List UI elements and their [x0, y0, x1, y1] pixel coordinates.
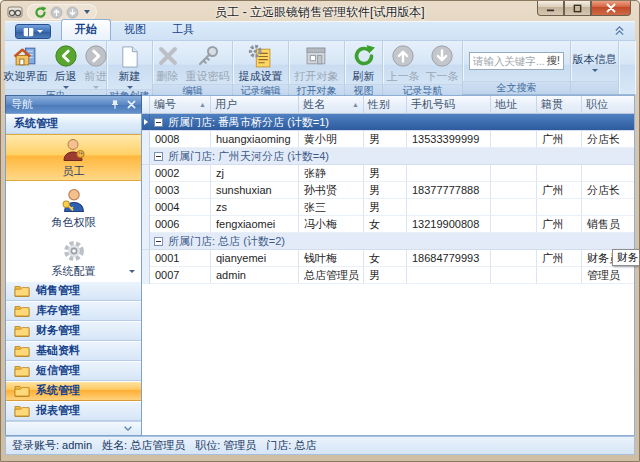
sidebar-folder-item[interactable]: 报表管理	[6, 401, 141, 421]
tab-tools[interactable]: 工具	[159, 20, 207, 40]
table-cell: 0004	[150, 199, 211, 216]
sidebar-folder-item[interactable]: 财务管理	[6, 321, 141, 341]
table-cell	[491, 131, 537, 148]
chevron-down-icon[interactable]	[123, 425, 133, 432]
minimize-button[interactable]	[537, 1, 564, 16]
selected-row-arrow-icon	[144, 119, 148, 125]
group-row[interactable]: 所属门店: 广州天河分店 (计数=4)	[142, 148, 634, 165]
next-record-button[interactable]: 下一条	[423, 42, 462, 84]
down-circle-icon[interactable]	[66, 6, 79, 19]
forward-button[interactable]: 前进	[81, 42, 111, 89]
role-permission-icon	[60, 187, 87, 214]
table-row[interactable]: 0001qianyemei钱叶梅女18684779993广州财务员	[142, 250, 634, 267]
table-row[interactable]: 0006fengxiaomei冯小梅女13219900808广州销售员	[142, 216, 634, 233]
table-cell: 女	[364, 250, 407, 267]
table-row[interactable]: 0004zs张三男	[142, 199, 634, 216]
column-header-7[interactable]: 职位	[582, 96, 634, 114]
new-button[interactable]: 新建	[115, 42, 144, 89]
sidebar-folder-item[interactable]: 系统管理	[6, 381, 141, 401]
table-cell	[582, 199, 634, 216]
collapse-group-icon[interactable]	[154, 237, 163, 246]
table-cell: 0002	[150, 165, 211, 182]
table-row[interactable]: 0008huangxiaoming黄小明男13533399999广州分店长	[142, 131, 634, 148]
nav-header: 导航	[5, 95, 142, 113]
new-page-icon	[118, 43, 141, 69]
nav-header-title: 导航	[11, 97, 33, 112]
search-go-button[interactable]: 搜!	[547, 54, 560, 68]
close-button[interactable]	[591, 1, 631, 16]
table-cell	[407, 267, 491, 284]
refresh-button[interactable]: 刷新	[349, 42, 379, 84]
column-header-4[interactable]: 手机号码	[407, 96, 491, 114]
table-cell	[491, 165, 537, 182]
table-row[interactable]: 0003sunshuxian孙书贤男18377777888广州分店长	[142, 182, 634, 199]
sidebar-folder-item[interactable]: 销售管理	[6, 281, 141, 301]
open-object-button[interactable]: 打开对象	[292, 42, 342, 84]
nav-item-role-permission[interactable]: 角色权限	[6, 181, 141, 237]
up-circle-icon[interactable]	[50, 6, 63, 19]
qat-dropdown-icon[interactable]	[84, 10, 90, 14]
maximize-button[interactable]	[564, 1, 591, 16]
sidebar-folder-item[interactable]: 短信管理	[6, 361, 141, 381]
commission-settings-button[interactable]: 提成设置	[236, 42, 286, 84]
app-logo-icon	[7, 5, 23, 19]
column-header-6[interactable]: 籍贯	[537, 96, 582, 114]
nav-item-system-config[interactable]: 系统配置	[6, 237, 141, 281]
nav-section-header[interactable]: 系统管理	[6, 114, 141, 134]
maximize-icon	[573, 4, 582, 13]
table-cell: 孙书贤	[299, 182, 364, 199]
system-config-dropdown-icon[interactable]	[129, 270, 135, 273]
close-nav-icon[interactable]	[127, 100, 136, 109]
refresh-icon[interactable]	[34, 6, 47, 19]
indicator-column-header	[142, 96, 150, 114]
employee-icon	[61, 137, 87, 163]
table-row[interactable]: 0002zj张静男	[142, 165, 634, 182]
nav-item-employee[interactable]: 员工	[6, 134, 141, 181]
table-cell: 男	[364, 182, 407, 199]
home-icon	[13, 43, 38, 69]
group-label-search: 全文搜索	[463, 81, 570, 94]
table-cell	[491, 216, 537, 233]
back-button[interactable]: 后退	[51, 42, 81, 89]
column-header-label: 编号	[154, 97, 176, 112]
group-row[interactable]: 所属门店: 总店 (计数=2)	[142, 233, 634, 250]
table-row[interactable]: 0007admin总店管理员男管理员	[142, 267, 634, 284]
sidebar-folder-label: 销售管理	[36, 283, 80, 298]
previous-record-button[interactable]: 上一条	[384, 42, 423, 84]
app-window: 员工 - 立远眼镜销售管理软件[试用版本] 开始 视图	[0, 0, 640, 462]
table-cell: 女	[364, 216, 407, 233]
previous-record-label: 上一条	[387, 69, 420, 84]
delete-button[interactable]: 删除	[153, 42, 183, 84]
folder-icon	[14, 364, 30, 377]
application-menu-button[interactable]	[15, 24, 51, 39]
delete-icon	[156, 43, 180, 69]
gear-icon	[62, 239, 86, 263]
version-info-button[interactable]: 版本信息	[570, 51, 620, 72]
tab-view[interactable]: 视图	[111, 20, 159, 40]
sidebar-folder-item[interactable]: 库存管理	[6, 301, 141, 321]
pin-icon[interactable]	[110, 99, 120, 110]
column-header-1[interactable]: 用户	[211, 96, 299, 114]
ribbon-group-view: 刷新 视图	[345, 41, 383, 94]
collapse-group-icon[interactable]	[154, 118, 163, 127]
collapse-ribbon-icon[interactable]	[614, 26, 625, 36]
nav-panel: 系统管理 员工	[5, 113, 142, 436]
search-input[interactable]	[473, 55, 547, 67]
group-row-cell: 所属门店: 番禺市桥分店 (计数=1)	[150, 114, 634, 130]
reset-password-button[interactable]: 重设密码	[183, 42, 233, 84]
commission-settings-icon	[248, 43, 273, 69]
column-header-0[interactable]: 编号▲	[150, 96, 211, 114]
folder-icon	[14, 324, 30, 337]
column-header-2[interactable]: 姓名▲	[299, 96, 364, 114]
table-cell: 钱叶梅	[299, 250, 364, 267]
column-header-3[interactable]: 性别	[364, 96, 407, 114]
tab-start[interactable]: 开始	[61, 19, 111, 40]
table-cell: 0001	[150, 250, 211, 267]
sidebar-folder-item[interactable]: 基础资料	[6, 341, 141, 361]
collapse-group-icon[interactable]	[154, 152, 163, 161]
group-row[interactable]: 所属门店: 番禺市桥分店 (计数=1)	[142, 114, 634, 131]
welcome-screen-button[interactable]: 欢迎界面	[1, 42, 51, 84]
key-icon	[196, 43, 220, 69]
column-header-5[interactable]: 地址	[491, 96, 537, 114]
row-indicator-cell	[142, 114, 150, 130]
